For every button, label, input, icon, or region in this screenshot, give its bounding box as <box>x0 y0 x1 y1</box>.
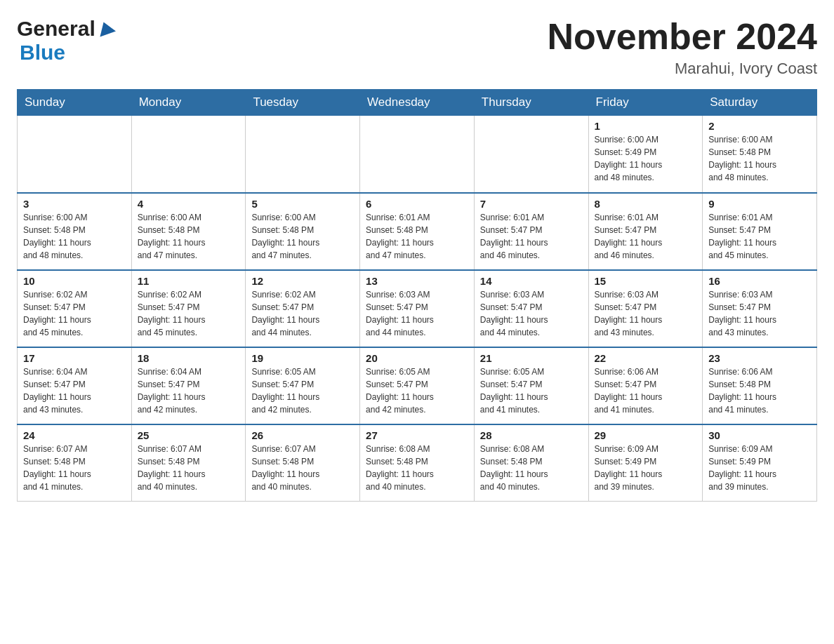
day-info: Sunrise: 6:06 AM Sunset: 5:47 PM Dayligh… <box>595 365 697 416</box>
calendar-cell <box>360 116 475 193</box>
day-number: 28 <box>480 429 583 441</box>
calendar-cell: 11Sunrise: 6:02 AM Sunset: 5:47 PM Dayli… <box>131 270 246 347</box>
day-info: Sunrise: 6:01 AM Sunset: 5:47 PM Dayligh… <box>480 211 583 262</box>
day-info: Sunrise: 6:05 AM Sunset: 5:47 PM Dayligh… <box>366 365 468 416</box>
day-info: Sunrise: 6:03 AM Sunset: 5:47 PM Dayligh… <box>708 288 811 339</box>
svg-marker-0 <box>96 19 116 36</box>
calendar-cell: 17Sunrise: 6:04 AM Sunset: 5:47 PM Dayli… <box>18 347 132 424</box>
calendar-cell: 15Sunrise: 6:03 AM Sunset: 5:47 PM Dayli… <box>588 270 703 347</box>
day-info: Sunrise: 6:04 AM Sunset: 5:47 PM Dayligh… <box>138 365 240 416</box>
logo: General Blue <box>17 17 116 65</box>
day-info: Sunrise: 6:03 AM Sunset: 5:47 PM Dayligh… <box>480 288 583 339</box>
day-number: 17 <box>23 352 126 364</box>
day-of-week-header: Friday <box>588 90 703 116</box>
day-number: 5 <box>251 198 354 210</box>
calendar-cell <box>246 116 360 193</box>
calendar-cell: 25Sunrise: 6:07 AM Sunset: 5:48 PM Dayli… <box>131 424 246 502</box>
day-of-week-header: Saturday <box>703 90 817 116</box>
day-info: Sunrise: 6:00 AM Sunset: 5:48 PM Dayligh… <box>708 133 811 184</box>
calendar-cell: 3Sunrise: 6:00 AM Sunset: 5:48 PM Daylig… <box>18 193 132 270</box>
calendar-cell: 8Sunrise: 6:01 AM Sunset: 5:47 PM Daylig… <box>588 193 703 270</box>
calendar-cell: 7Sunrise: 6:01 AM Sunset: 5:47 PM Daylig… <box>474 193 588 270</box>
day-number: 20 <box>366 352 468 364</box>
day-info: Sunrise: 6:00 AM Sunset: 5:48 PM Dayligh… <box>138 211 240 262</box>
day-number: 21 <box>480 352 583 364</box>
day-number: 13 <box>366 275 468 287</box>
day-info: Sunrise: 6:01 AM Sunset: 5:47 PM Dayligh… <box>595 211 697 262</box>
day-info: Sunrise: 6:00 AM Sunset: 5:49 PM Dayligh… <box>595 133 697 184</box>
calendar-week-row: 17Sunrise: 6:04 AM Sunset: 5:47 PM Dayli… <box>18 347 817 424</box>
calendar-cell: 13Sunrise: 6:03 AM Sunset: 5:47 PM Dayli… <box>360 270 475 347</box>
calendar-week-row: 10Sunrise: 6:02 AM Sunset: 5:47 PM Dayli… <box>18 270 817 347</box>
logo-arrow-icon <box>96 19 116 39</box>
location: Marahui, Ivory Coast <box>548 60 817 78</box>
day-number: 3 <box>23 198 126 210</box>
day-info: Sunrise: 6:07 AM Sunset: 5:48 PM Dayligh… <box>138 443 240 493</box>
calendar-cell: 19Sunrise: 6:05 AM Sunset: 5:47 PM Dayli… <box>246 347 360 424</box>
day-of-week-header: Tuesday <box>246 90 360 116</box>
logo-blue: Blue <box>20 41 65 64</box>
day-of-week-header: Monday <box>131 90 246 116</box>
calendar-cell <box>131 116 246 193</box>
calendar-cell <box>474 116 588 193</box>
calendar-cell: 24Sunrise: 6:07 AM Sunset: 5:48 PM Dayli… <box>18 424 132 502</box>
day-info: Sunrise: 6:07 AM Sunset: 5:48 PM Dayligh… <box>23 443 126 493</box>
day-info: Sunrise: 6:02 AM Sunset: 5:47 PM Dayligh… <box>138 288 240 339</box>
day-of-week-header: Wednesday <box>360 90 475 116</box>
day-number: 4 <box>138 198 240 210</box>
calendar-cell <box>18 116 132 193</box>
day-number: 24 <box>23 429 126 441</box>
calendar-cell: 16Sunrise: 6:03 AM Sunset: 5:47 PM Dayli… <box>703 270 817 347</box>
calendar-cell: 5Sunrise: 6:00 AM Sunset: 5:48 PM Daylig… <box>246 193 360 270</box>
calendar-cell: 12Sunrise: 6:02 AM Sunset: 5:47 PM Dayli… <box>246 270 360 347</box>
calendar-cell: 4Sunrise: 6:00 AM Sunset: 5:48 PM Daylig… <box>131 193 246 270</box>
title-section: November 2024 Marahui, Ivory Coast <box>548 17 817 78</box>
logo-general: General <box>17 17 95 41</box>
page-header: General Blue November 2024 Marahui, Ivor… <box>17 17 817 78</box>
day-number: 8 <box>595 198 697 210</box>
calendar-cell: 2Sunrise: 6:00 AM Sunset: 5:48 PM Daylig… <box>703 116 817 193</box>
day-info: Sunrise: 6:01 AM Sunset: 5:48 PM Dayligh… <box>366 211 468 262</box>
day-of-week-header: Sunday <box>18 90 132 116</box>
day-number: 6 <box>366 198 468 210</box>
day-info: Sunrise: 6:00 AM Sunset: 5:48 PM Dayligh… <box>251 211 354 262</box>
day-number: 2 <box>708 120 811 132</box>
day-number: 22 <box>595 352 697 364</box>
day-number: 19 <box>251 352 354 364</box>
calendar-cell: 22Sunrise: 6:06 AM Sunset: 5:47 PM Dayli… <box>588 347 703 424</box>
calendar-cell: 27Sunrise: 6:08 AM Sunset: 5:48 PM Dayli… <box>360 424 475 502</box>
calendar-cell: 6Sunrise: 6:01 AM Sunset: 5:48 PM Daylig… <box>360 193 475 270</box>
day-info: Sunrise: 6:03 AM Sunset: 5:47 PM Dayligh… <box>366 288 468 339</box>
day-info: Sunrise: 6:05 AM Sunset: 5:47 PM Dayligh… <box>251 365 354 416</box>
day-number: 27 <box>366 429 468 441</box>
day-number: 9 <box>708 198 811 210</box>
day-info: Sunrise: 6:04 AM Sunset: 5:47 PM Dayligh… <box>23 365 126 416</box>
calendar-cell: 14Sunrise: 6:03 AM Sunset: 5:47 PM Dayli… <box>474 270 588 347</box>
day-number: 15 <box>595 275 697 287</box>
day-info: Sunrise: 6:08 AM Sunset: 5:48 PM Dayligh… <box>366 443 468 493</box>
calendar-header-row: SundayMondayTuesdayWednesdayThursdayFrid… <box>18 90 817 116</box>
calendar-week-row: 1Sunrise: 6:00 AM Sunset: 5:49 PM Daylig… <box>18 116 817 193</box>
day-info: Sunrise: 6:05 AM Sunset: 5:47 PM Dayligh… <box>480 365 583 416</box>
day-number: 26 <box>251 429 354 441</box>
calendar-cell: 26Sunrise: 6:07 AM Sunset: 5:48 PM Dayli… <box>246 424 360 502</box>
day-number: 30 <box>708 429 811 441</box>
day-info: Sunrise: 6:07 AM Sunset: 5:48 PM Dayligh… <box>251 443 354 493</box>
calendar-cell: 9Sunrise: 6:01 AM Sunset: 5:47 PM Daylig… <box>703 193 817 270</box>
day-info: Sunrise: 6:03 AM Sunset: 5:47 PM Dayligh… <box>595 288 697 339</box>
calendar-cell: 18Sunrise: 6:04 AM Sunset: 5:47 PM Dayli… <box>131 347 246 424</box>
day-number: 7 <box>480 198 583 210</box>
day-info: Sunrise: 6:00 AM Sunset: 5:48 PM Dayligh… <box>23 211 126 262</box>
calendar-week-row: 24Sunrise: 6:07 AM Sunset: 5:48 PM Dayli… <box>18 424 817 502</box>
day-number: 29 <box>595 429 697 441</box>
day-number: 12 <box>251 275 354 287</box>
day-number: 14 <box>480 275 583 287</box>
day-number: 11 <box>138 275 240 287</box>
day-info: Sunrise: 6:02 AM Sunset: 5:47 PM Dayligh… <box>251 288 354 339</box>
day-info: Sunrise: 6:02 AM Sunset: 5:47 PM Dayligh… <box>23 288 126 339</box>
day-info: Sunrise: 6:01 AM Sunset: 5:47 PM Dayligh… <box>708 211 811 262</box>
day-number: 10 <box>23 275 126 287</box>
calendar-cell: 20Sunrise: 6:05 AM Sunset: 5:47 PM Dayli… <box>360 347 475 424</box>
calendar-cell: 23Sunrise: 6:06 AM Sunset: 5:48 PM Dayli… <box>703 347 817 424</box>
calendar-cell: 30Sunrise: 6:09 AM Sunset: 5:49 PM Dayli… <box>703 424 817 502</box>
